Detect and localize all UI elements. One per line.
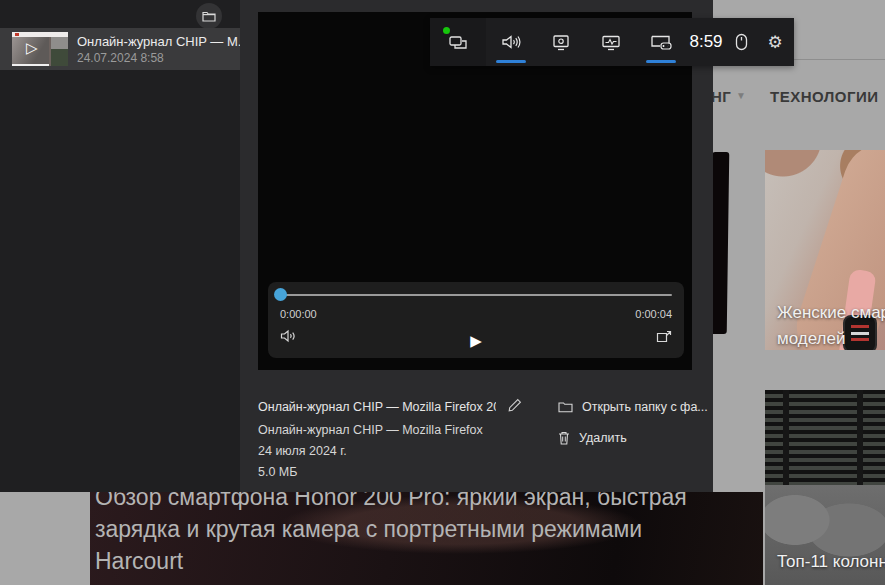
nav-item-partial[interactable]: НГ <box>711 88 731 105</box>
article-card-smartwatch[interactable]: Женские смарт- моделей <box>765 150 885 350</box>
open-folder-label: Открыть папку с фа... <box>582 400 708 414</box>
open-folder-button[interactable]: Открыть папку с фа... <box>558 400 708 414</box>
game-bar-toolbar: 8:59 ⚙ <box>430 18 794 66</box>
audio-icon <box>501 34 521 50</box>
performance-widget-button[interactable] <box>586 18 636 66</box>
clip-title: Онлайн-журнал CHIP — M... <box>77 34 240 49</box>
card-caption-line: Женские смарт- <box>777 303 885 323</box>
widget-menu-button[interactable] <box>430 18 486 66</box>
active-widget-underline <box>646 60 676 63</box>
performance-icon <box>601 34 621 51</box>
clock: 8:59 <box>686 18 726 66</box>
clip-file-size: 5.0 МБ <box>258 465 548 479</box>
capture-icon <box>552 34 570 51</box>
thumbnail-content-side <box>51 37 68 66</box>
rename-button[interactable] <box>508 398 522 416</box>
thumbnail-strip <box>12 64 49 66</box>
delete-button[interactable]: Удалить <box>558 431 708 445</box>
clip-source-title: Онлайн-журнал CHIP — Mozilla Firefox <box>258 423 548 437</box>
gallery-preview-panel: 0:00:00 0:00:04 ▶ О <box>240 0 713 492</box>
clip-record-date: 24 июля 2024 г. <box>258 444 548 458</box>
seek-handle[interactable] <box>274 288 287 301</box>
play-icon: ▷ <box>26 39 38 57</box>
card-caption-line: Топ-11 колонны <box>777 552 885 572</box>
open-file-location-button[interactable] <box>196 3 222 29</box>
article-hero[interactable]: Обзор смартфона Honor 200 Pro: яркий экр… <box>90 492 763 585</box>
chevron-down-icon: ▼ <box>736 90 746 101</box>
nav-item-technology[interactable]: ТЕХНОЛОГИИ <box>770 88 879 105</box>
seek-bar[interactable] <box>280 294 672 296</box>
player-controls: 0:00:00 0:00:04 ▶ <box>268 282 684 358</box>
delete-label: Удалить <box>579 431 627 445</box>
folder-icon <box>558 401 573 413</box>
audio-widget-button[interactable] <box>486 18 536 66</box>
widget-menu-icon <box>447 33 469 51</box>
play-button[interactable]: ▶ <box>268 332 684 350</box>
mouse-icon <box>735 33 748 51</box>
screen: НГ ▼ ТЕХНОЛОГИИ Женские смарт- моделей Т… <box>0 0 885 585</box>
picture-in-picture-button[interactable] <box>656 329 672 347</box>
active-widget-underline <box>496 60 526 63</box>
clip-filename: Онлайн-журнал CHIP — Mozilla Firefox 202… <box>258 400 496 414</box>
gear-icon: ⚙ <box>767 32 782 53</box>
settings-button[interactable]: ⚙ <box>756 18 794 66</box>
pop-out-icon <box>656 330 672 343</box>
headline-line: зарядка и крутая камера с портретными ре… <box>95 513 687 545</box>
gallery-icon <box>650 34 672 51</box>
gallery-list-item[interactable]: ▷ Онлайн-журнал CHIP — M... 24.07.2024 8… <box>0 28 240 70</box>
page-header-divider <box>794 59 885 60</box>
gallery-widget-button[interactable] <box>636 18 686 66</box>
capture-widget-button[interactable] <box>536 18 586 66</box>
sofa-image-blinds <box>765 390 885 498</box>
pencil-icon <box>508 398 522 412</box>
clip-date: 24.07.2024 8:58 <box>77 51 240 65</box>
folder-icon <box>202 10 216 22</box>
article-card-speakers[interactable]: Топ-11 колонны <box>765 390 885 585</box>
elapsed-time: 0:00:00 <box>280 308 317 320</box>
mouse-click-through-button[interactable] <box>726 18 756 66</box>
article-headline: Обзор смартфона Honor 200 Pro: яркий экр… <box>95 492 687 577</box>
headline-line: Обзор смартфона Honor 200 Pro: яркий экр… <box>95 492 687 513</box>
headline-line: Harcourt <box>95 545 687 577</box>
gallery-sidebar: ▷ Онлайн-журнал CHIP — M... 24.07.2024 8… <box>0 0 240 492</box>
total-time: 0:00:04 <box>635 308 672 320</box>
video-thumbnail: ▷ <box>12 32 68 66</box>
recording-indicator-dot <box>443 27 450 34</box>
trash-icon <box>558 431 570 445</box>
card-caption-line: моделей <box>777 329 845 349</box>
